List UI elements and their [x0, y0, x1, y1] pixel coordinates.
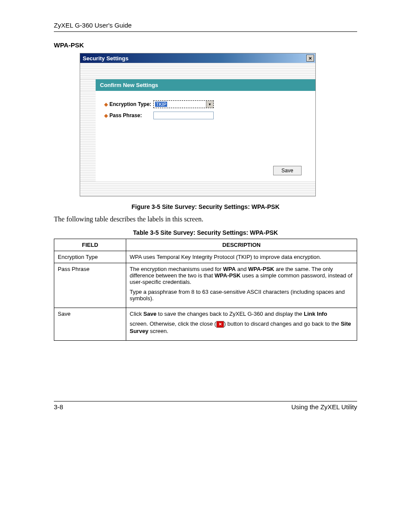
table-row: Pass Phrase The encryption mechanisms us…: [54, 263, 357, 308]
text-fragment: screen.: [148, 328, 168, 334]
text-paragraph: Type a passphrase from 8 to 63 case-sens…: [130, 289, 353, 302]
text-fragment: ) button to discard changes and go back …: [224, 320, 341, 327]
page-number: 3-8: [54, 403, 63, 411]
close-button[interactable]: ✕: [306, 55, 314, 62]
dialog-titlebar: Security Settings ✕: [80, 53, 315, 63]
intro-text: The following table describes the labels…: [54, 215, 357, 223]
th-description: DESCRIPTION: [126, 239, 357, 251]
cell-description: WPA uses Temporal Key Integrity Protocol…: [126, 251, 357, 263]
bold-text: Save: [143, 311, 156, 317]
text-fragment: Click: [130, 311, 143, 317]
encryption-type-value: TKIP: [155, 102, 167, 107]
description-table: FIELD DESCRIPTION Encryption Type WPA us…: [54, 239, 357, 341]
dropdown-arrow-icon: ▼: [206, 101, 213, 108]
bold-text: WPA-PSK: [215, 272, 240, 279]
text-fragment: to save the changes back to ZyXEL G-360 …: [156, 311, 304, 317]
dialog-left-gradient: [80, 91, 96, 181]
cell-field: Save: [54, 308, 126, 341]
text-fragment: screen. Otherwise, click the close (: [130, 320, 216, 327]
bold-text: WPA-PSK: [248, 266, 274, 272]
table-row: Encryption Type WPA uses Temporal Key In…: [54, 251, 357, 263]
table-caption: Table 3-5 Site Survey: Security Settings…: [54, 229, 357, 236]
bold-text: Link Info: [304, 311, 327, 317]
dialog-top-gradient: [80, 63, 315, 79]
dialog-title: Security Settings: [83, 55, 128, 62]
close-icon: ✕: [216, 321, 224, 328]
dialog-bottom-gradient: [80, 181, 315, 196]
bullet-icon: ◆: [104, 113, 108, 118]
page-footer: 3-8 Using the ZyXEL Utility: [54, 401, 357, 411]
cell-description: The encryption mechanisms used for WPA a…: [126, 263, 357, 308]
table-header-row: FIELD DESCRIPTION: [54, 239, 357, 251]
save-button[interactable]: Save: [273, 166, 302, 175]
cell-field: Pass Phrase: [54, 263, 126, 308]
security-settings-dialog: Security Settings ✕ Confirm New Settings…: [80, 53, 316, 196]
cell-field: Encryption Type: [54, 251, 126, 263]
header-guide: ZyXEL G-360 User's Guide: [54, 22, 357, 32]
table-row: Save Click Save to save the changes back…: [54, 308, 357, 341]
encryption-type-label: Encryption Type:: [109, 101, 153, 107]
close-icon: ✕: [308, 56, 312, 61]
th-field: FIELD: [54, 239, 126, 251]
footer-section: Using the ZyXEL Utility: [291, 403, 357, 411]
passphrase-input[interactable]: [153, 112, 214, 119]
bold-text: WPA: [223, 266, 236, 272]
cell-description: Click Save to save the changes back to Z…: [126, 308, 357, 341]
text-fragment: The encryption mechanisms used for: [130, 266, 223, 272]
bullet-icon: ◆: [104, 102, 108, 107]
figure-caption: Figure 3-5 Site Survey: Security Setting…: [54, 203, 357, 210]
encryption-type-dropdown[interactable]: TKIP ▼: [153, 100, 214, 108]
passphrase-label: Pass Phrase:: [109, 112, 153, 118]
confirm-heading: Confirm New Settings: [96, 79, 315, 91]
section-title-wpa-psk: WPA-PSK: [54, 41, 357, 49]
text-fragment: and: [236, 266, 248, 272]
